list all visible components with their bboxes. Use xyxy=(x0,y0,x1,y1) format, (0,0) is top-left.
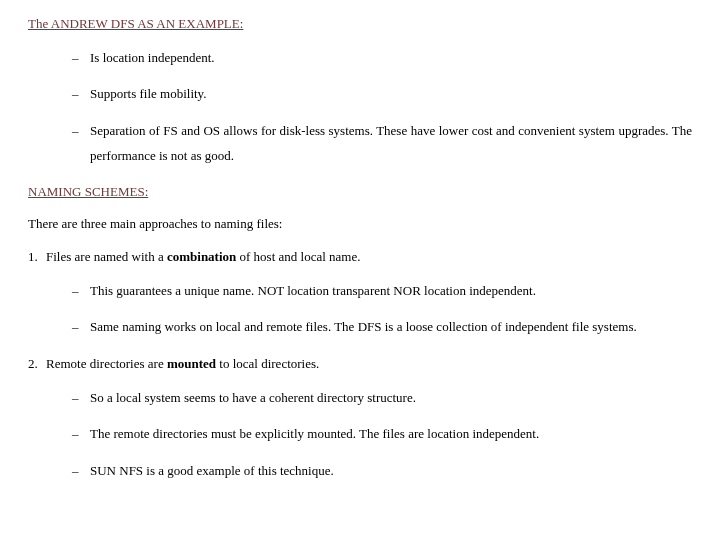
list-number: 2. xyxy=(28,354,38,374)
list-item: Same naming works on local and remote fi… xyxy=(72,315,692,340)
schemes-list: 1. Files are named with a combination of… xyxy=(28,247,692,483)
scheme1-pre: Files are named with a xyxy=(46,249,167,264)
scheme2-sublist: So a local system seems to have a cohere… xyxy=(46,386,692,484)
list-item: This guarantees a unique name. NOT locat… xyxy=(72,279,692,304)
scheme2-post: to local directories. xyxy=(216,356,319,371)
document-page: The ANDREW DFS AS AN EXAMPLE: Is locatio… xyxy=(0,0,720,512)
list-item: Supports file mobility. xyxy=(72,82,692,107)
list-item: Is location independent. xyxy=(72,46,692,71)
heading-naming-schemes: NAMING SCHEMES: xyxy=(28,182,692,202)
scheme1-sublist: This guarantees a unique name. NOT locat… xyxy=(46,279,692,340)
list-item: SUN NFS is a good example of this techni… xyxy=(72,459,692,484)
scheme1-post: of host and local name. xyxy=(236,249,360,264)
andrew-list: Is location independent. Supports file m… xyxy=(28,46,692,169)
list-number: 1. xyxy=(28,247,38,267)
list-item: So a local system seems to have a cohere… xyxy=(72,386,692,411)
scheme2-bold: mounted xyxy=(167,356,216,371)
scheme2-pre: Remote directories are xyxy=(46,356,167,371)
scheme-item-1: 1. Files are named with a combination of… xyxy=(28,247,692,340)
list-item: The remote directories must be explicitl… xyxy=(72,422,692,447)
heading-andrew-dfs: The ANDREW DFS AS AN EXAMPLE: xyxy=(28,14,692,34)
intro-paragraph: There are three main approaches to namin… xyxy=(28,214,692,234)
scheme-item-2: 2. Remote directories are mounted to loc… xyxy=(28,354,692,484)
scheme1-bold: combination xyxy=(167,249,236,264)
list-item: Separation of FS and OS allows for disk-… xyxy=(72,119,692,168)
